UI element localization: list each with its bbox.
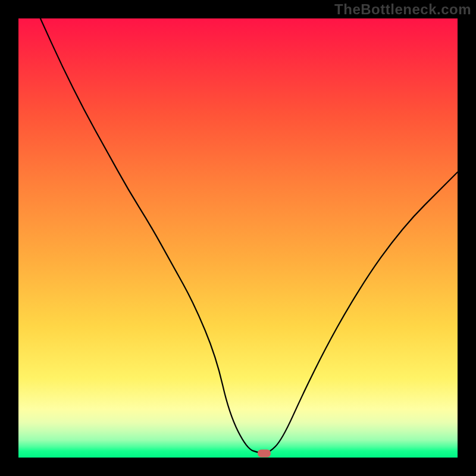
curve-svg [18,18,458,458]
optimum-marker [258,449,271,457]
chart-frame: TheBottleneck.com [0,0,476,476]
watermark-label: TheBottleneck.com [334,1,471,18]
plot-area [18,18,458,458]
bottleneck-curve [40,18,458,453]
